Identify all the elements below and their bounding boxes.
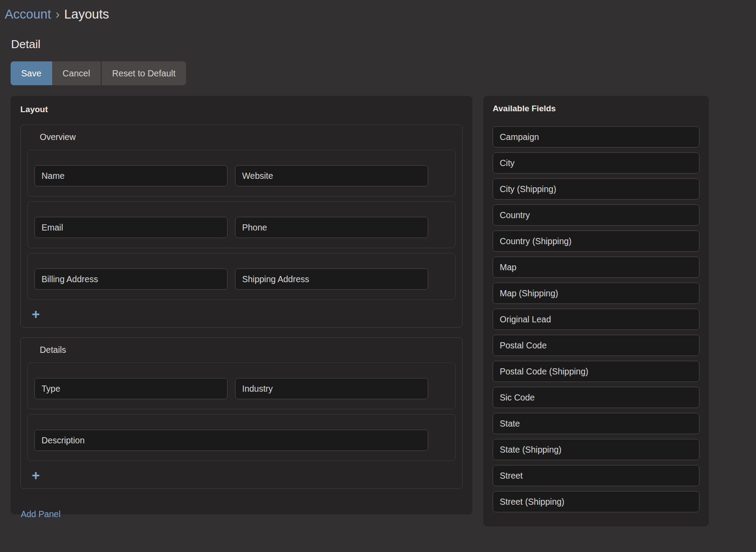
available-fields-panel: Available Fields CampaignCityCity (Shipp…	[483, 96, 709, 526]
available-field-item[interactable]: Postal Code (Shipping)	[493, 361, 699, 382]
layout-field-cell-description[interactable]: Description	[34, 430, 428, 451]
available-field-item[interactable]: State	[493, 413, 699, 434]
add-row-button[interactable]: +	[32, 307, 40, 321]
plus-icon: +	[32, 306, 40, 322]
layout-row: Type Industry	[27, 363, 456, 409]
layout-panel-title: Layout	[20, 104, 463, 115]
available-field-item[interactable]: City (Shipping)	[493, 178, 699, 200]
layout-field-cell-shipping-address[interactable]: Shipping Address	[235, 268, 428, 290]
breadcrumb: ›Account›Layouts	[0, 5, 109, 23]
available-field-item[interactable]: Postal Code	[493, 335, 699, 356]
button-toolbar: Save Cancel Reset to Default	[11, 61, 186, 85]
row-cells: Email Phone	[34, 217, 448, 238]
available-field-item[interactable]: Country	[493, 204, 699, 226]
layout-field-cell-industry[interactable]: Industry	[235, 378, 428, 399]
layout-field-cell-website[interactable]: Website	[235, 165, 428, 186]
plus-icon: +	[32, 468, 40, 483]
available-field-item[interactable]: Map	[493, 257, 699, 278]
layout-row: Description	[27, 414, 456, 461]
layout-field-cell-email[interactable]: Email	[34, 217, 228, 238]
layout-sub-panel-details: Details Type Industry Description +	[20, 337, 463, 489]
page-title: Detail	[11, 37, 40, 51]
available-field-item[interactable]: Campaign	[493, 126, 699, 147]
cancel-button[interactable]: Cancel	[52, 61, 101, 85]
chevron-separator-icon: ›	[51, 7, 64, 21]
available-field-item[interactable]: Map (Shipping)	[493, 283, 699, 304]
layout-field-cell-type[interactable]: Type	[34, 378, 228, 399]
available-field-item[interactable]: Original Lead	[493, 309, 699, 330]
row-cells: Billing Address Shipping Address	[34, 268, 448, 290]
breadcrumb-current-layouts: Layouts	[64, 7, 109, 21]
layout-row: Email Phone	[27, 201, 456, 248]
available-fields-list: CampaignCityCity (Shipping)CountryCountr…	[493, 126, 699, 512]
available-fields-title: Available Fields	[493, 103, 699, 114]
available-field-item[interactable]: Country (Shipping)	[493, 231, 699, 252]
available-field-item[interactable]: Street (Shipping)	[493, 491, 699, 512]
layout-sub-panel-overview: Overview Name Website Email Phone Billin…	[20, 125, 463, 328]
breadcrumb-link-account[interactable]: Account	[5, 7, 51, 21]
sub-panel-title-details: Details	[27, 344, 456, 355]
row-cells: Name Website	[34, 165, 448, 186]
row-cells: Description	[34, 430, 448, 451]
available-field-item[interactable]: Sic Code	[493, 387, 699, 408]
available-field-item[interactable]: State (Shipping)	[493, 439, 699, 460]
layout-field-cell-name[interactable]: Name	[34, 165, 228, 186]
chevron-separator-icon: ›	[0, 5, 5, 23]
layout-field-cell-phone[interactable]: Phone	[235, 217, 428, 238]
layout-row: Name Website	[27, 150, 456, 197]
available-field-item[interactable]: Street	[493, 465, 699, 486]
row-cells: Type Industry	[34, 378, 448, 399]
layout-panel: Layout Overview Name Website Email Phone…	[11, 96, 472, 514]
layout-field-cell-billing-address[interactable]: Billing Address	[34, 268, 228, 290]
layout-row: Billing Address Shipping Address	[27, 253, 456, 300]
reset-to-default-button[interactable]: Reset to Default	[101, 61, 186, 85]
save-button[interactable]: Save	[11, 61, 52, 85]
sub-panel-title-overview: Overview	[27, 131, 456, 143]
available-field-item[interactable]: City	[493, 152, 699, 174]
add-panel-link[interactable]: Add Panel	[21, 509, 61, 519]
add-row-button[interactable]: +	[32, 469, 40, 482]
